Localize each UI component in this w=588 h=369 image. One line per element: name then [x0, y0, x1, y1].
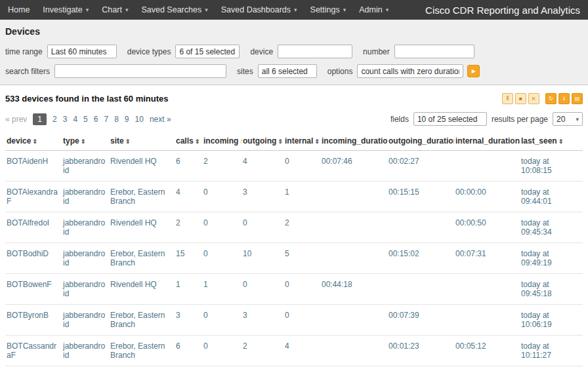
outgoing-cell[interactable]: 10 — [243, 249, 251, 258]
outgoing-cell[interactable]: 2 — [243, 341, 247, 351]
col-header-outgoing-duration[interactable]: outgoing_duration⇕ — [387, 134, 454, 151]
outgoing-cell[interactable]: 0 — [243, 280, 247, 289]
incoming-cell[interactable]: 0 — [203, 218, 208, 227]
col-header-last-seen[interactable]: last_seen⇕ — [520, 134, 583, 151]
nav-item-settings[interactable]: Settings ▾ — [310, 5, 346, 14]
calls-cell[interactable]: 4 — [176, 187, 180, 197]
site-cell[interactable]: Erebor, Eastern Branch — [110, 311, 165, 329]
results-per-page-select[interactable]: 20 ▾ — [553, 112, 583, 126]
device-cell[interactable]: BOTByronB — [7, 311, 49, 320]
col-header-internal[interactable]: internal⇕ — [284, 134, 320, 151]
incoming-cell[interactable]: 1 — [203, 280, 208, 289]
pagination-page[interactable]: 5 — [83, 115, 88, 124]
outgoing-duration-cell[interactable]: 00:02:27 — [388, 157, 419, 166]
last-seen-cell[interactable]: today at 10:06:19 — [521, 311, 552, 329]
export-button[interactable]: ⇓ — [558, 93, 570, 104]
outgoing-duration-cell[interactable]: 00:15:02 — [388, 249, 419, 258]
col-header-incoming[interactable]: incoming⇕ — [202, 134, 242, 151]
reload-button[interactable]: ↻ — [545, 93, 556, 104]
type-cell[interactable]: jabberandroid — [63, 280, 105, 298]
nav-item-admin[interactable]: Admin ▾ — [359, 5, 388, 14]
nav-item-chart[interactable]: Chart ▾ — [102, 5, 128, 14]
pagination-page[interactable]: 7 — [104, 115, 108, 124]
device-cell[interactable]: BOTAidenH — [7, 157, 48, 166]
search-filters-input[interactable] — [54, 64, 226, 78]
options-input[interactable] — [357, 64, 463, 78]
number-input[interactable] — [394, 45, 474, 58]
site-cell[interactable]: Erebor, Eastern Branch — [110, 187, 165, 206]
nav-item-saved-dashboards[interactable]: Saved Dashboards ▾ — [221, 5, 297, 14]
calls-cell[interactable]: 3 — [176, 311, 180, 320]
calls-cell[interactable]: 6 — [176, 341, 180, 351]
calls-cell[interactable]: 6 — [176, 157, 180, 166]
type-cell[interactable]: jabberandroid — [63, 341, 105, 360]
calls-cell[interactable]: 1 — [176, 280, 180, 289]
outgoing-cell[interactable]: 4 — [243, 157, 247, 166]
pagination-next[interactable]: next » — [150, 115, 171, 124]
site-cell[interactable]: Erebor, Eastern Branch — [110, 341, 165, 360]
type-cell[interactable]: jabberandroid — [63, 218, 105, 237]
site-cell[interactable]: Rivendell HQ — [110, 157, 157, 166]
pagination-page[interactable]: 6 — [94, 115, 98, 124]
pagination-page[interactable]: 3 — [63, 115, 68, 124]
nav-item-saved-searches[interactable]: Saved Searches ▾ — [141, 5, 207, 14]
internal-cell[interactable]: 1 — [285, 187, 289, 197]
col-header-device[interactable]: device⇕ — [5, 134, 62, 151]
device-types-input[interactable] — [175, 45, 240, 58]
incoming-cell[interactable]: 0 — [203, 311, 208, 320]
pagination-page[interactable]: 9 — [125, 115, 129, 124]
last-seen-cell[interactable]: today at 10:08:15 — [521, 157, 552, 175]
device-cell[interactable]: BOTBowenF — [7, 280, 52, 289]
internal-duration-cell[interactable]: 00:00:00 — [455, 187, 486, 197]
type-cell[interactable]: jabberandroid — [63, 249, 105, 267]
site-cell[interactable]: Erebor, Eastern Branch — [110, 249, 165, 267]
outgoing-cell[interactable]: 3 — [243, 311, 247, 320]
device-input[interactable] — [278, 45, 352, 58]
outgoing-cell[interactable]: 3 — [243, 187, 247, 197]
type-cell[interactable]: jabberandroid — [63, 311, 105, 329]
keep-button[interactable]: K — [528, 93, 539, 104]
site-cell[interactable]: Rivendell HQ — [110, 218, 157, 227]
last-seen-cell[interactable]: today at 10:11:27 — [521, 341, 551, 360]
device-cell[interactable]: BOTCassandraF — [7, 341, 56, 360]
device-cell[interactable]: BOTAlfredoI — [7, 218, 49, 227]
last-seen-cell[interactable]: today at 09:49:19 — [521, 249, 552, 267]
internal-duration-cell[interactable]: 00:07:31 — [455, 249, 486, 258]
internal-cell[interactable]: 2 — [285, 218, 289, 227]
pagination-page-current[interactable]: 1 — [33, 113, 47, 125]
col-header-calls[interactable]: calls⇕ — [175, 134, 202, 151]
stop-button[interactable]: ■ — [515, 93, 526, 104]
pagination-page[interactable]: 8 — [114, 115, 119, 124]
outgoing-duration-cell[interactable]: 00:15:15 — [388, 187, 419, 197]
device-cell[interactable]: BOTAlexandraF — [7, 187, 58, 206]
internal-cell[interactable]: 0 — [285, 280, 289, 289]
col-header-type[interactable]: type⇕ — [62, 134, 109, 151]
outgoing-cell[interactable]: 0 — [243, 218, 247, 227]
incoming-cell[interactable]: 0 — [203, 187, 208, 197]
outgoing-duration-cell[interactable]: 00:07:39 — [388, 311, 419, 320]
last-seen-cell[interactable]: today at 09:45:18 — [521, 280, 552, 298]
outgoing-duration-cell[interactable]: 00:01:23 — [388, 341, 419, 351]
internal-cell[interactable]: 0 — [285, 157, 289, 166]
print-button[interactable]: ▤ — [572, 93, 583, 104]
col-header-incoming-duration[interactable]: incoming_duration⇕ — [320, 134, 387, 151]
internal-cell[interactable]: 0 — [285, 311, 289, 320]
incoming-cell[interactable]: 0 — [203, 249, 208, 258]
type-cell[interactable]: jabberandroid — [63, 157, 105, 175]
sites-input[interactable] — [258, 64, 317, 78]
time-range-input[interactable] — [47, 45, 117, 58]
nav-item-home[interactable]: Home — [8, 5, 30, 14]
internal-cell[interactable]: 5 — [285, 249, 289, 258]
pagination-page[interactable]: 4 — [73, 115, 77, 124]
internal-cell[interactable]: 4 — [285, 341, 289, 351]
incoming-duration-cell[interactable]: 00:44:18 — [322, 280, 352, 289]
run-search-button[interactable]: ▶ — [467, 65, 480, 77]
site-cell[interactable]: Rivendell HQ — [110, 280, 157, 289]
type-cell[interactable]: jabberandroid — [63, 187, 105, 206]
device-cell[interactable]: BOTBodhiD — [7, 249, 49, 258]
pagination-page[interactable]: 2 — [52, 115, 57, 124]
nav-item-investigate[interactable]: Investigate ▾ — [43, 5, 89, 14]
internal-duration-cell[interactable]: 00:05:12 — [455, 341, 486, 351]
col-header-site[interactable]: site⇕ — [109, 134, 175, 151]
fields-input[interactable] — [413, 112, 487, 126]
